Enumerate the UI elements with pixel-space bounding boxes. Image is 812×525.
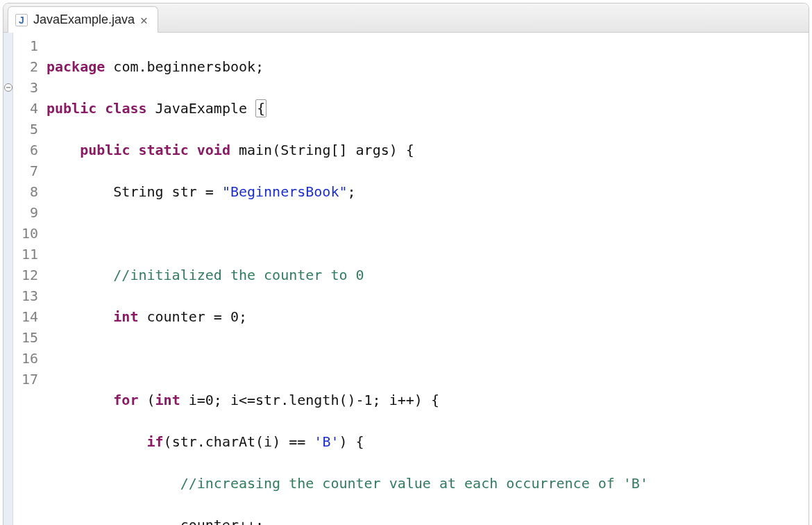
- code-line: int counter = 0;: [46, 306, 715, 327]
- code-line: //increasing the counter value at each o…: [46, 473, 715, 494]
- close-icon[interactable]: ✕: [140, 12, 148, 27]
- code-line: package com.beginnersbook;: [46, 56, 715, 77]
- code-line: [46, 223, 715, 244]
- code-body[interactable]: package com.beginnersbook; public class …: [44, 33, 715, 525]
- code-line: public static void main(String[] args) {: [46, 140, 715, 160]
- code-line: String str = "BeginnersBook";: [46, 181, 715, 202]
- editor-tab-javaexample[interactable]: JavaExample.java ✕: [8, 6, 158, 33]
- line-number-gutter: 1 2 3 4 5 6 7 8 9 10 11 12 13 14 15 16 1…: [13, 33, 44, 525]
- editor-pane: JavaExample.java ✕ 1 2 3 4 5 6 7 8 9 10: [3, 3, 809, 525]
- code-line: if(str.charAt(i) == 'B') {: [46, 431, 715, 452]
- java-file-icon: [15, 14, 28, 26]
- editor-tab-label: JavaExample.java: [33, 12, 135, 27]
- code-line: //initialized the counter to 0: [46, 265, 715, 285]
- editor-margin: [3, 33, 13, 525]
- code-line: for (int i=0; i<=str.length()-1; i++) {: [46, 390, 715, 410]
- code-line: public class JavaExample {: [46, 98, 715, 119]
- editor-tab-bar: JavaExample.java ✕: [3, 3, 809, 33]
- code-line: counter++;: [46, 515, 715, 525]
- code-area[interactable]: 1 2 3 4 5 6 7 8 9 10 11 12 13 14 15 16 1…: [3, 33, 809, 525]
- code-line: [46, 348, 715, 369]
- fold-toggle-icon[interactable]: [4, 83, 12, 92]
